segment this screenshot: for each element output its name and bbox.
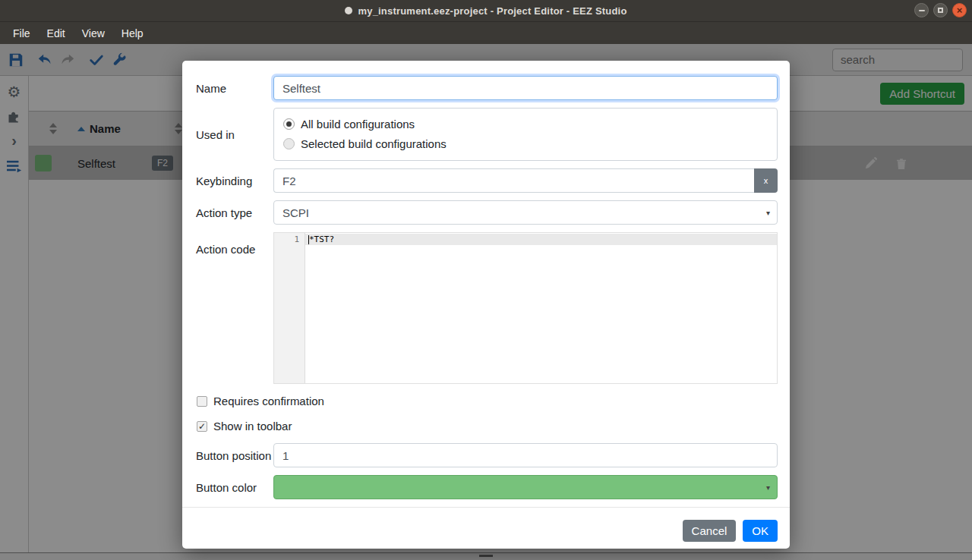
- action-type-select[interactable]: SCPI ▾: [273, 200, 778, 225]
- menubar: File Edit View Help: [0, 22, 972, 45]
- dialog-footer: Cancel OK: [182, 507, 790, 548]
- radio-unselected-icon: [283, 138, 295, 149]
- checkbox-checked-icon[interactable]: ✓: [197, 421, 207, 432]
- used-in-label: Used in: [196, 128, 273, 141]
- line-number-gutter: 1: [274, 233, 305, 383]
- radio-selected-icon: [283, 118, 295, 130]
- keybinding-input[interactable]: [273, 168, 754, 193]
- minimize-icon: [919, 10, 925, 11]
- checkbox-unchecked-icon[interactable]: [197, 396, 207, 407]
- button-color-label: Button color: [196, 481, 273, 494]
- caret-down-icon: ▾: [766, 483, 770, 492]
- cancel-button[interactable]: Cancel: [683, 520, 737, 542]
- action-code-label: Action code: [196, 232, 273, 256]
- keybinding-label: Keybinding: [196, 175, 273, 187]
- button-position-label: Button position: [196, 449, 273, 462]
- ok-button[interactable]: OK: [743, 520, 778, 542]
- button-position-input[interactable]: [273, 443, 778, 467]
- action-code-editor[interactable]: 1 *TST?: [273, 232, 778, 384]
- clear-keybinding-button[interactable]: x: [754, 168, 778, 193]
- radio-all-build-configs[interactable]: All build configurations: [283, 114, 768, 134]
- window-controls: ×: [914, 3, 967, 17]
- menu-help[interactable]: Help: [113, 24, 152, 42]
- requires-confirmation-row[interactable]: Requires confirmation: [197, 395, 778, 407]
- minimize-button[interactable]: [914, 3, 929, 17]
- close-button[interactable]: ×: [952, 3, 967, 17]
- menu-file[interactable]: File: [5, 24, 39, 42]
- menu-edit[interactable]: Edit: [39, 24, 74, 42]
- code-line-1: *TST?: [305, 234, 777, 245]
- window-title: my_instrument.eez-project - Project Edit…: [358, 5, 626, 17]
- action-type-label: Action type: [196, 206, 273, 219]
- close-icon: ×: [957, 5, 963, 15]
- name-label: Name: [196, 82, 273, 95]
- maximize-icon: [938, 8, 943, 13]
- app-icon: [345, 7, 352, 14]
- menu-view[interactable]: View: [74, 24, 113, 42]
- used-in-group: All build configurations Selected build …: [273, 108, 778, 161]
- show-in-toolbar-row[interactable]: ✓ Show in toolbar: [197, 420, 778, 433]
- maximize-button[interactable]: [933, 3, 948, 17]
- name-input[interactable]: [273, 76, 778, 100]
- titlebar: my_instrument.eez-project - Project Edit…: [0, 0, 972, 22]
- edit-shortcut-dialog: Name Used in All build configurations Se…: [182, 61, 790, 549]
- caret-down-icon: ▾: [766, 209, 770, 217]
- radio-selected-build-configs[interactable]: Selected build configurations: [283, 134, 768, 153]
- button-color-select[interactable]: ▾: [273, 475, 778, 499]
